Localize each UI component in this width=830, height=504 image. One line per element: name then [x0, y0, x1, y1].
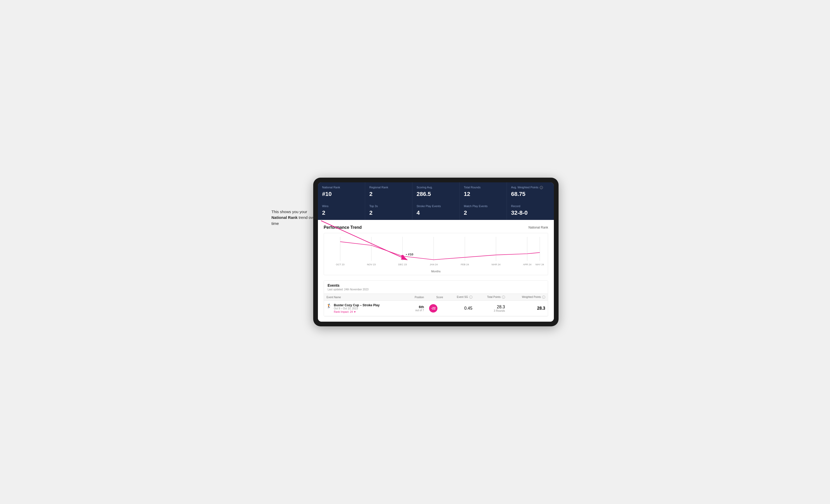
chart-header: Performance Trend National Rank	[324, 225, 548, 230]
event-position: 6th	[409, 305, 424, 309]
events-title: Events	[327, 283, 544, 288]
col-total-points: Total Points i	[475, 294, 508, 301]
svg-text:MAR 24: MAR 24	[491, 264, 500, 266]
svg-text:NOV 23: NOV 23	[367, 264, 376, 266]
stat-scoring-avg: Scoring Avg. 286.5	[412, 182, 459, 201]
stats-row-2: Wins 2 Top 3s 2 Stroke Play Events 4 Mat…	[318, 201, 554, 220]
event-total-rounds: 3 Rounds	[478, 309, 505, 312]
stat-avg-weighted-points: Avg. Weighted Points i 68.75	[507, 182, 554, 201]
chart-title: Performance Trend	[324, 225, 362, 230]
event-position-cell: 6th out of 7	[406, 301, 426, 316]
col-position: Position	[406, 294, 426, 301]
tablet-screen: National Rank #10 Regional Rank 2 Scorin…	[318, 182, 554, 322]
col-weighted-points: Weighted Points i	[508, 294, 548, 301]
table-row: 🏌 Buster Cozy Cup – Stroke Play Oct 9 – …	[324, 301, 548, 316]
stat-national-rank: National Rank #10	[318, 182, 365, 201]
info-icon-event-sg: i	[469, 296, 472, 299]
event-weighted-points-cell: 28.3	[508, 301, 548, 316]
col-event-sg: Event SG i	[446, 294, 475, 301]
event-date: Oct 9 – Oct 10, 2023	[334, 307, 380, 310]
event-golf-icon: 🏌	[326, 303, 332, 308]
chart-y-label: National Rank	[529, 226, 548, 229]
col-event-name: Event Name	[324, 294, 406, 301]
tablet-shell: National Rank #10 Regional Rank 2 Scorin…	[313, 178, 558, 327]
event-rank-impact: Rank Impact: 24 ▼	[334, 310, 380, 313]
event-name-cell: 🏌 Buster Cozy Cup – Stroke Play Oct 9 – …	[324, 301, 406, 316]
event-name: Buster Cozy Cup – Stroke Play	[334, 303, 380, 307]
svg-text:OCT 23: OCT 23	[336, 264, 345, 266]
annotation-text: This shows you your National Rank trend …	[272, 209, 324, 227]
stat-match-play-events: Match Play Events 2	[459, 201, 507, 220]
stat-total-rounds: Total Rounds 12	[459, 182, 507, 201]
main-content: Performance Trend National Rank	[318, 220, 554, 322]
event-total-points-cell: 28.3 3 Rounds	[475, 301, 508, 316]
info-icon-total-points: i	[502, 296, 505, 299]
event-score-cell: -22	[426, 301, 446, 316]
svg-text:FEB 24: FEB 24	[461, 264, 469, 266]
svg-text:DEC 23: DEC 23	[398, 264, 407, 266]
events-last-updated: Last updated: 24th November 2023	[327, 288, 544, 291]
svg-point-10	[401, 255, 404, 258]
event-score-badge: -22	[429, 304, 438, 312]
col-score: Score	[426, 294, 446, 301]
annotation-bold: National Rank	[272, 215, 297, 220]
info-icon-avg-weighted: i	[540, 186, 543, 189]
stat-top3s: Top 3s 2	[365, 201, 412, 220]
svg-text:JAN 24: JAN 24	[429, 264, 438, 266]
table-header-row: Event Name Position Score Event SG	[324, 294, 548, 301]
svg-text:MAY 24: MAY 24	[536, 264, 544, 266]
stat-wins: Wins 2	[318, 201, 365, 220]
events-header: Events Last updated: 24th November 2023	[324, 281, 548, 294]
performance-chart: • #10 OCT 23 NOV 23 DEC 23 JAN 24 FEB 24…	[324, 233, 548, 275]
info-icon-weighted-points: i	[542, 296, 545, 299]
event-position-sub: out of 7	[409, 309, 424, 312]
event-sg-cell: 0.45	[446, 301, 475, 316]
chart-x-label: Months	[326, 270, 545, 273]
chart-svg: • #10 OCT 23 NOV 23 DEC 23 JAN 24 FEB 24…	[326, 237, 545, 268]
stat-record: Record 32-8-0	[507, 201, 554, 220]
events-section: Events Last updated: 24th November 2023 …	[324, 280, 548, 316]
svg-text:• #10: • #10	[406, 253, 413, 256]
stats-row-1: National Rank #10 Regional Rank 2 Scorin…	[318, 182, 554, 201]
svg-text:APR 24: APR 24	[523, 264, 532, 266]
stat-regional-rank: Regional Rank 2	[365, 182, 412, 201]
stat-stroke-play-events: Stroke Play Events 4	[412, 201, 459, 220]
events-table: Event Name Position Score Event SG	[324, 294, 548, 316]
